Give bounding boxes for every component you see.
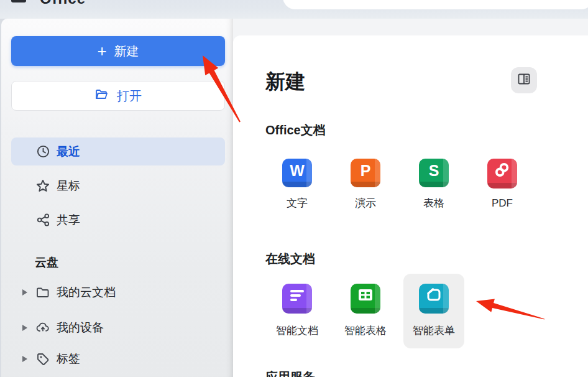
open-button-label: 打开	[117, 88, 142, 105]
smart-form-icon	[419, 284, 449, 314]
tile-label: 智能表单	[413, 323, 455, 338]
section-heading-online-docs: 在线文档	[265, 251, 315, 268]
new-document-panel: 新建 Office文档 W 文字 P 演	[233, 35, 588, 377]
star-icon	[35, 179, 50, 193]
layout-toggle-button[interactable]	[511, 67, 537, 93]
sidebar-item-recent[interactable]: 最近	[11, 137, 225, 165]
tile-smart-sheet[interactable]: 智能表格	[335, 274, 396, 348]
clock-icon	[35, 144, 50, 159]
spreadsheet-icon: S	[419, 159, 449, 187]
sidebar-item-my-cloud-docs[interactable]: 我的云文档	[11, 279, 225, 306]
sidebar: + 新建 打开 最近 星标	[1, 19, 233, 377]
app-title: Office	[40, 0, 86, 8]
smart-doc-icon-glyph	[288, 286, 306, 307]
pdf-icon-glyph	[493, 161, 512, 183]
caret-right-icon[interactable]	[22, 289, 30, 296]
share-icon	[35, 213, 50, 228]
tile-spreadsheet[interactable]: S 表格	[403, 151, 464, 210]
cloud-section-title: 云盘	[35, 254, 58, 271]
page-title: 新建	[265, 68, 305, 96]
tile-presentation[interactable]: P 演示	[335, 151, 396, 210]
folder-open-icon	[94, 87, 117, 105]
tile-writer[interactable]: W 文字	[267, 151, 328, 210]
search-input[interactable]	[283, 0, 588, 9]
new-button[interactable]: + 新建	[11, 36, 225, 66]
sidebar-item-label: 共享	[57, 212, 80, 228]
sidebar-item-label: 最近	[57, 144, 80, 160]
writer-icon-letter: W	[290, 162, 305, 180]
sidebar-item-label: 星标	[57, 178, 80, 194]
sidebar-item-label: 标签	[57, 351, 80, 367]
app-logo-icon	[11, 0, 26, 2]
plus-icon: +	[97, 43, 106, 59]
sidebar-item-label: 我的设备	[57, 320, 104, 336]
sidebar-item-tags[interactable]: 标签	[11, 345, 225, 373]
tile-smart-doc[interactable]: 智能文档	[267, 274, 328, 348]
sidebar-item-shared[interactable]: 共享	[11, 206, 225, 234]
writer-icon: W	[282, 159, 312, 187]
tile-label: PDF	[492, 197, 513, 210]
section-heading-office-docs: Office文档	[265, 122, 326, 139]
tile-pdf[interactable]: PDF	[472, 151, 533, 210]
smart-form-icon-glyph	[425, 286, 443, 307]
tile-smart-form[interactable]: 智能表单	[403, 274, 464, 348]
tile-label: 表格	[423, 196, 444, 210]
tile-label: 文字	[287, 196, 308, 210]
split-view-icon	[517, 72, 531, 89]
tile-label: 演示	[355, 196, 376, 210]
tile-label: 智能文档	[276, 323, 318, 338]
caret-right-icon[interactable]	[22, 325, 30, 331]
smart-sheet-icon	[351, 284, 380, 314]
online-docs-row: 智能文档 智能表格	[267, 274, 464, 348]
main-area: 新建 Office文档 W 文字 P 演	[233, 19, 588, 377]
sidebar-item-starred[interactable]: 星标	[11, 172, 225, 200]
office-docs-row: W 文字 P 演示 S 表格	[267, 151, 533, 210]
tile-label: 智能表格	[344, 323, 387, 338]
sidebar-item-my-devices[interactable]: 我的设备	[11, 314, 225, 342]
caret-right-icon[interactable]	[22, 356, 30, 362]
smart-sheet-icon-glyph	[357, 286, 374, 307]
new-button-label: 新建	[114, 43, 139, 60]
section-heading-app-services: 应用服务	[265, 369, 315, 377]
folder-icon	[35, 285, 50, 300]
spreadsheet-icon-letter: S	[429, 162, 439, 180]
pdf-icon	[487, 159, 517, 188]
open-button[interactable]: 打开	[11, 81, 225, 111]
smart-doc-icon	[282, 284, 312, 314]
presentation-icon: P	[351, 159, 380, 187]
sidebar-item-label: 我的云文档	[57, 284, 116, 300]
cloud-upload-icon	[35, 320, 50, 335]
top-bar: Office	[0, 0, 588, 19]
presentation-icon-letter: P	[361, 162, 371, 180]
tag-icon	[35, 351, 50, 366]
